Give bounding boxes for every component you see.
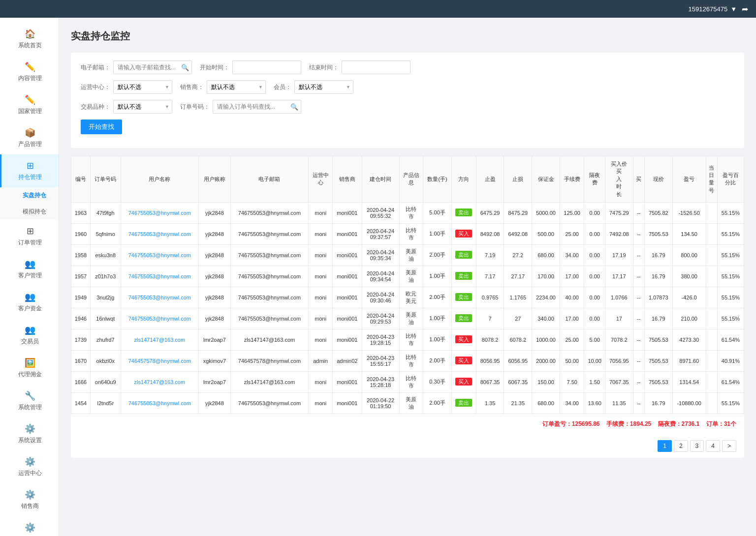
sidebar-item-operations-center[interactable]: ⚙️ 运营中心: [0, 450, 59, 483]
order-number-input[interactable]: [213, 100, 301, 114]
sidebar-sub-item-real-position[interactable]: 实盘持仓: [0, 187, 59, 204]
username-link[interactable]: 746755053@hnymwl.com: [128, 295, 191, 300]
filter-row-3: 交易品种： 默认不选 订单号码： 🔍: [81, 100, 734, 114]
topbar-arrow-icon[interactable]: ➦: [742, 4, 748, 14]
start-time-filter-item: 开始时间：: [200, 60, 301, 74]
overnight-value: 2736.1: [682, 420, 700, 427]
page-btn-3[interactable]: 3: [690, 440, 704, 452]
cell-profit-pct: 40.91%: [717, 350, 744, 371]
username-link[interactable]: 746755053@hnymwl.com: [128, 316, 191, 322]
email-input[interactable]: [113, 60, 192, 74]
cell-order-no: z01h7o3: [90, 266, 121, 287]
page-btn-next[interactable]: >: [722, 440, 736, 452]
cell-order-no: l2tnd5r: [90, 392, 121, 414]
cell-current: 16.79: [644, 392, 672, 414]
topbar-user: 15912675475 ▼: [689, 5, 737, 13]
topbar-dropdown-icon[interactable]: ▼: [730, 5, 737, 13]
sidebar-item-label: 国家管理: [18, 107, 42, 116]
email-input-wrap: 🔍: [113, 60, 192, 74]
member-select[interactable]: 默认不选: [294, 80, 353, 94]
operations-icon: ⚙️: [25, 456, 35, 467]
username-link[interactable]: zls147147@163.com: [134, 337, 186, 343]
sidebar-item-announcements[interactable]: ⚙️ 公告消息: [0, 516, 59, 536]
cell-product: 比特 市: [399, 371, 423, 392]
cell-daily: [706, 371, 717, 392]
sidebar-item-position-management[interactable]: ⊞ 持仓管理: [0, 154, 59, 187]
cell-overnight: 0.00: [584, 287, 605, 308]
sidebar-item-order-management[interactable]: ⊞ 订单管理: [0, 220, 59, 253]
cell-buy-price: 7475.29: [605, 202, 633, 223]
col-current: 现价: [644, 156, 672, 203]
direction-badge: 卖出: [455, 272, 472, 280]
cell-buy2: --: [633, 266, 644, 287]
username-link[interactable]: zls147147@163.com: [134, 379, 186, 385]
cell-id: 1666: [71, 371, 91, 392]
cell-margin: 500.00: [532, 223, 560, 244]
cell-margin: 1000.00: [532, 329, 560, 350]
cell-time: 2020-04-24 09:30:46: [362, 287, 399, 308]
username-link[interactable]: 746755053@hnymwl.com: [128, 210, 191, 216]
product-select[interactable]: 默认不选: [113, 100, 172, 114]
sidebar-item-system-settings[interactable]: ⚙️ 系统设置: [0, 417, 59, 450]
cell-username: 746457578@hnymwl.com: [121, 350, 199, 371]
cell-quantity: 2.00手: [423, 244, 451, 266]
country-icon: ✏️: [25, 94, 35, 105]
cell-product: 美原 油: [399, 392, 423, 414]
cell-profit-pct: 61.54%: [717, 329, 744, 350]
cell-current: 1.07873: [644, 287, 672, 308]
email-filter-item: 电子邮箱： 🔍: [81, 60, 192, 74]
cell-buy-price: 7492.08: [605, 223, 633, 244]
cell-fee: 25.00: [560, 223, 584, 244]
direction-badge: 卖出: [455, 314, 472, 322]
username-link[interactable]: 746755053@hnymwl.com: [128, 400, 191, 406]
ops-center-filter-item: 运营中心： 默认不选: [81, 80, 172, 94]
username-link[interactable]: 746755053@hnymwl.com: [128, 273, 191, 279]
sidebar-item-product-management[interactable]: 📦 产品管理: [0, 121, 59, 154]
cell-fee: 17.00: [560, 308, 584, 329]
page-btn-2[interactable]: 2: [674, 440, 688, 452]
sales-select[interactable]: 默认不选: [207, 80, 266, 94]
cell-stop-profit: 7.19: [476, 244, 504, 266]
ops-center-select[interactable]: 默认不选: [113, 80, 172, 94]
commission-icon: 🖼️: [25, 357, 35, 368]
sidebar-item-system-admin[interactable]: 🔧 系统管理: [0, 385, 59, 417]
page-btn-1[interactable]: 1: [658, 440, 672, 452]
username-link[interactable]: 746755053@hnymwl.com: [128, 231, 191, 237]
sidebar-item-country-management[interactable]: ✏️ 国家管理: [0, 89, 59, 121]
col-buy-price: 买入价买入时长: [605, 156, 633, 203]
sidebar-item-customer-funds[interactable]: 👥 客户资金: [0, 286, 59, 319]
cell-id: 1958: [71, 244, 91, 266]
cell-stop-profit: 8078.2: [476, 329, 504, 350]
cell-username: 746755053@hnymwl.com: [121, 244, 199, 266]
cell-stop-profit: 7.17: [476, 266, 504, 287]
start-time-input[interactable]: [232, 60, 301, 74]
cell-product: 比特 市: [399, 223, 423, 244]
sidebar-sub-item-simulated-position[interactable]: 模拟持仓: [0, 204, 59, 220]
table-row: 1949 3nut2jg 746755053@hnymwl.com yjk284…: [71, 287, 744, 308]
order-icon: ⊞: [27, 226, 34, 237]
cell-fee: 17.00: [560, 266, 584, 287]
cell-id: 1960: [71, 223, 91, 244]
funds-icon: 👥: [25, 292, 35, 302]
cell-direction: 卖出: [451, 266, 476, 287]
search-button[interactable]: 开始查找: [81, 119, 122, 134]
cell-account: yjk2848: [199, 244, 231, 266]
end-time-input[interactable]: [342, 60, 410, 74]
cell-profit: 8971.60: [672, 350, 706, 371]
sidebar-item-traders[interactable]: 👥 交易员: [0, 319, 59, 352]
cell-quantity: 2.00手: [423, 392, 451, 414]
page-btn-4[interactable]: 4: [706, 440, 720, 452]
username-link[interactable]: 746755053@hnymwl.com: [128, 252, 191, 258]
sidebar-item-system-overview[interactable]: 🏠 系统首页: [0, 23, 59, 56]
sidebar-item-content-management[interactable]: ✏️ 内容管理: [0, 56, 59, 89]
cell-product: 比特 市: [399, 329, 423, 350]
sidebar-item-agent-commission[interactable]: 🖼️ 代理佣金: [0, 352, 59, 385]
cell-overnight: 10.00: [584, 350, 605, 371]
sidebar-item-sales[interactable]: ⚙️ 销售商: [0, 483, 59, 516]
cell-quantity: 1.00手: [423, 329, 451, 350]
sidebar-item-customer-management[interactable]: 👥 客户管理: [0, 253, 59, 286]
cell-current: 7505.82: [644, 202, 672, 223]
username-link[interactable]: 746457578@hnymwl.com: [128, 358, 191, 364]
cell-product: 美原 油: [399, 266, 423, 287]
cell-overnight: 1.50: [584, 371, 605, 392]
